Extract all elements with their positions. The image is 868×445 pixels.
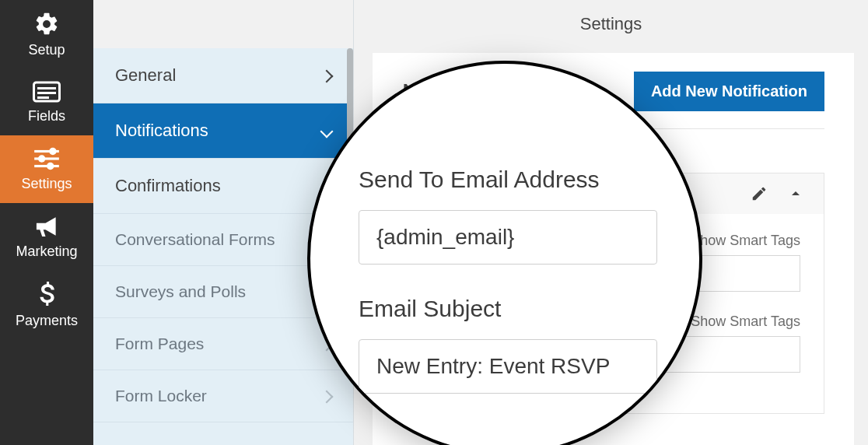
nav-payments-label: Payments (16, 313, 78, 328)
chevron-right-icon (322, 65, 331, 86)
svg-rect-2 (37, 92, 56, 94)
magnifier-lens: Send To Email Address Email Subject (307, 61, 702, 445)
nav-marketing[interactable]: Marketing (0, 203, 93, 271)
sidebar-item-label: Surveys and Polls (115, 282, 246, 301)
sendto-input[interactable] (359, 210, 657, 265)
main-header-title: Settings (580, 14, 642, 34)
gear-icon (33, 11, 60, 37)
chevron-up-icon[interactable] (786, 184, 805, 203)
nav-payments[interactable]: Payments (0, 271, 93, 340)
add-notification-button[interactable]: Add New Notification (634, 72, 824, 111)
sidebar-item-notifications[interactable]: Notifications (93, 103, 353, 159)
subject-label: Email Subject (359, 296, 657, 322)
svg-rect-3 (37, 96, 49, 99)
sidebar-item-formpages[interactable]: Form Pages (93, 318, 353, 370)
sidebar-item-label: Notifications (115, 121, 208, 141)
bullhorn-icon (33, 214, 61, 239)
sidebar-item-label: General (115, 65, 176, 86)
svg-point-7 (49, 148, 57, 156)
nav-fields[interactable]: Fields (0, 69, 93, 135)
list-icon (33, 80, 61, 103)
sidebar-item-label: Conversational Forms (115, 230, 275, 249)
sliders-icon (32, 146, 61, 171)
nav-setup[interactable]: Setup (0, 0, 93, 69)
nav-marketing-label: Marketing (16, 244, 77, 259)
svg-point-8 (38, 155, 45, 163)
sendto-label: Send To Email Address (359, 166, 657, 193)
nav-settings-label: Settings (21, 176, 72, 191)
chevron-down-icon (322, 121, 331, 141)
main-header: Settings (354, 0, 868, 48)
chevron-right-icon (322, 387, 331, 405)
primary-nav: Setup Fields Settings Marketing Payments (0, 0, 93, 445)
sidebar-item-label: Confirmations (115, 176, 221, 196)
dollar-icon (37, 282, 57, 308)
subject-input[interactable] (359, 339, 657, 394)
nav-setup-label: Setup (28, 42, 65, 58)
sidebar-item-formlocker[interactable]: Form Locker (93, 370, 353, 422)
sidebar-item-general[interactable]: General (93, 48, 353, 103)
pencil-icon[interactable] (751, 185, 768, 202)
nav-settings[interactable]: Settings (0, 135, 93, 203)
sidebar-item-label: Form Pages (115, 335, 204, 353)
nav-fields-label: Fields (28, 108, 65, 124)
svg-point-9 (47, 163, 54, 170)
sidebar-item-label: Form Locker (115, 387, 207, 405)
svg-rect-1 (37, 87, 56, 89)
sidebar-scrollbar[interactable] (347, 48, 353, 142)
